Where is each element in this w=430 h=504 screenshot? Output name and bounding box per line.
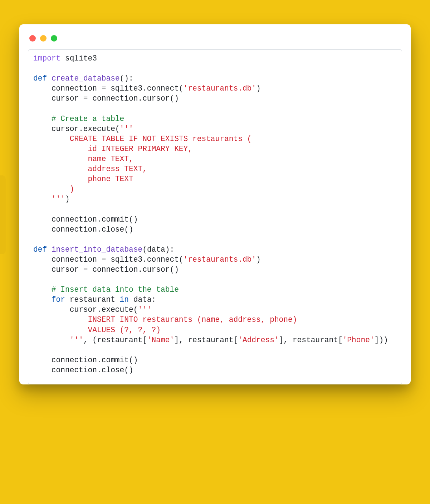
window-controls [28,33,402,49]
page-side-tab [0,175,6,254]
code-block: import sqlite3 def create_database(): co… [28,49,402,384]
maximize-icon[interactable] [51,35,57,42]
code-window: import sqlite3 def create_database(): co… [19,24,411,384]
close-icon[interactable] [29,35,36,42]
code-content: import sqlite3 def create_database(): co… [33,53,397,375]
minimize-icon[interactable] [40,35,47,42]
